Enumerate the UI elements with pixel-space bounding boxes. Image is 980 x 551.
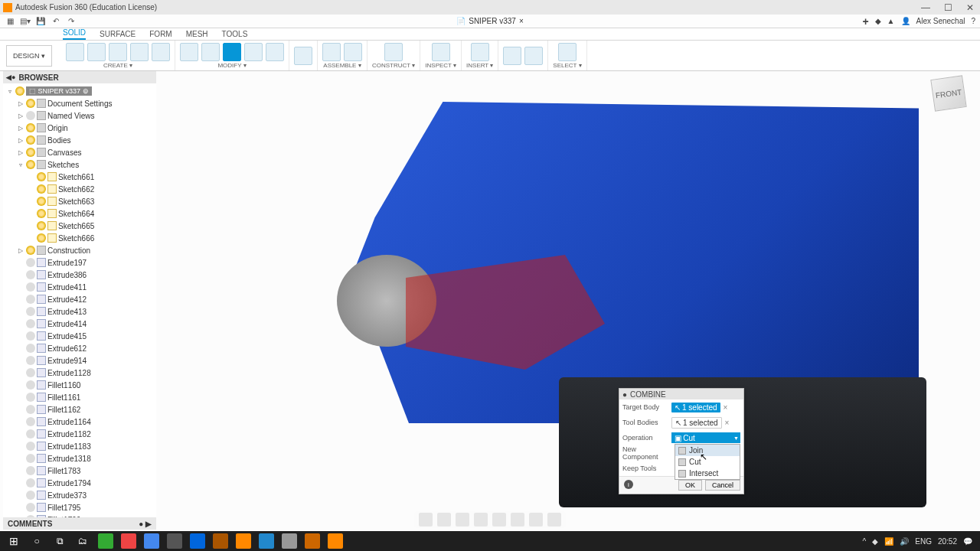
search-icon[interactable]: ○ xyxy=(26,533,47,549)
visibility-icon[interactable] xyxy=(26,478,35,487)
visibility-icon[interactable] xyxy=(26,307,35,316)
visibility-icon[interactable] xyxy=(26,99,35,108)
tree-node[interactable]: Fillet1162 xyxy=(3,403,156,416)
ribbon-group-label[interactable]: MODIFY ▾ xyxy=(217,62,246,69)
tree-node[interactable]: ▷Canvases xyxy=(3,146,156,158)
ribbon-tool-icon[interactable] xyxy=(344,43,362,61)
save-icon[interactable]: 💾 xyxy=(35,16,46,27)
maximize-button[interactable]: ☐ xyxy=(944,2,952,13)
visibility-icon[interactable] xyxy=(26,429,35,439)
tray-language[interactable]: ENG xyxy=(915,537,932,546)
visibility-icon[interactable] xyxy=(37,209,46,218)
undo-icon[interactable]: ↶ xyxy=(51,16,61,27)
tree-node[interactable]: Extrude1164 xyxy=(3,416,156,428)
tool-selection[interactable]: ↖ 1 selected xyxy=(671,417,722,429)
look-at-icon[interactable] xyxy=(437,513,451,527)
ribbon-tool-icon[interactable] xyxy=(503,47,521,65)
tree-node[interactable]: ▷Origin xyxy=(3,122,156,134)
tray-clock[interactable]: 20:52 xyxy=(938,537,957,546)
ribbon-group-label[interactable]: INSPECT ▾ xyxy=(425,62,456,69)
visibility-icon[interactable] xyxy=(26,405,35,414)
ribbon-tool-icon[interactable] xyxy=(130,43,149,61)
app-icon-3[interactable] xyxy=(141,533,162,549)
tree-node[interactable]: Extrude415 xyxy=(3,330,156,342)
app-icon-8[interactable] xyxy=(256,533,277,549)
extensions-icon[interactable]: ◆ xyxy=(875,17,881,25)
tree-node[interactable]: Extrude1182 xyxy=(3,428,156,440)
document-tab[interactable]: 📄 SNIPER v337 × xyxy=(456,17,524,25)
app-menu-icon[interactable]: ▦ xyxy=(5,16,15,27)
tray-up-icon[interactable]: ^ xyxy=(863,537,867,546)
tree-node[interactable]: Extrude412 xyxy=(3,293,156,305)
ribbon-group-label[interactable]: ASSEMBLE ▾ xyxy=(323,62,361,69)
visibility-icon[interactable] xyxy=(26,123,35,132)
tree-node[interactable]: Extrude1318 xyxy=(3,452,156,465)
tree-node[interactable]: Extrude386 xyxy=(3,269,156,281)
expand-icon[interactable]: ▷ xyxy=(17,125,24,132)
visibility-icon[interactable] xyxy=(26,454,35,463)
tree-node[interactable]: Extrude373 xyxy=(3,489,156,501)
visibility-icon[interactable] xyxy=(37,221,46,230)
visibility-icon[interactable] xyxy=(26,270,35,279)
tree-node[interactable]: Fillet1783 xyxy=(3,465,156,477)
display-settings-icon[interactable] xyxy=(511,513,524,527)
visibility-icon[interactable] xyxy=(26,356,35,365)
tree-node[interactable]: ▷Bodies xyxy=(3,134,156,146)
pan-icon[interactable] xyxy=(456,513,469,527)
expand-icon[interactable]: ▷ xyxy=(17,137,24,144)
tree-node[interactable]: Extrude197 xyxy=(3,256,156,269)
tree-node[interactable]: Fillet1160 xyxy=(3,379,156,391)
app-icon-1[interactable] xyxy=(95,533,116,549)
ribbon-tool-icon[interactable] xyxy=(87,43,106,61)
browser-collapse-icon[interactable]: ◀● xyxy=(6,73,15,81)
orbit-icon[interactable] xyxy=(419,513,433,527)
tab-tools[interactable]: TOOLS xyxy=(222,30,248,40)
tree-node[interactable]: Sketch662 xyxy=(3,183,156,195)
visibility-icon[interactable] xyxy=(37,172,46,181)
expand-icon[interactable]: ▷ xyxy=(17,112,24,119)
visibility-icon[interactable] xyxy=(26,466,35,475)
ribbon-tool-icon[interactable] xyxy=(223,43,241,61)
visibility-icon[interactable] xyxy=(37,197,46,206)
tray-volume-icon[interactable]: 🔊 xyxy=(900,537,909,546)
visibility-icon[interactable] xyxy=(26,282,35,292)
visibility-icon[interactable] xyxy=(26,258,35,267)
close-button[interactable]: ✕ xyxy=(966,2,974,13)
app-icon-2[interactable] xyxy=(118,533,139,549)
combine-dialog[interactable]: ● COMBINE Target Body ↖ 1 selected × Too… xyxy=(619,388,744,494)
visibility-icon[interactable] xyxy=(26,380,35,390)
visibility-icon[interactable] xyxy=(37,233,46,243)
zoom-icon[interactable] xyxy=(474,513,488,527)
user-avatar-icon[interactable]: 👤 xyxy=(901,17,910,25)
workspace-selector[interactable]: DESIGN ▾ xyxy=(6,45,52,67)
visibility-icon[interactable] xyxy=(26,491,35,500)
target-selection[interactable]: ↖ 1 selected xyxy=(671,403,720,412)
ribbon-tool-icon[interactable] xyxy=(524,47,543,65)
option-cut[interactable]: Cut xyxy=(675,456,740,468)
ribbon-tool-icon[interactable] xyxy=(244,43,263,61)
expand-icon[interactable]: ▷ xyxy=(17,149,24,156)
app-icon-9[interactable] xyxy=(279,533,300,549)
tree-node[interactable]: Fillet1795 xyxy=(3,501,156,514)
viewcube[interactable]: FRONT xyxy=(930,75,966,111)
clear-tool-icon[interactable]: × xyxy=(725,419,730,427)
tree-node[interactable]: Extrude1183 xyxy=(3,440,156,452)
viewport[interactable]: FRONT ◀● BROWSER ▿⬚ SNIPER v337 ⊚▷Docume… xyxy=(0,71,980,531)
ribbon-tool-icon[interactable] xyxy=(66,43,84,61)
notifications-icon[interactable]: ▲ xyxy=(887,17,895,25)
tree-node[interactable]: Extrude413 xyxy=(3,305,156,318)
ribbon-tool-icon[interactable] xyxy=(180,43,198,61)
ribbon-tool-icon[interactable] xyxy=(201,43,220,61)
tree-node[interactable]: ▷Named Views xyxy=(3,109,156,122)
ribbon-group-label[interactable]: SELECT ▾ xyxy=(553,62,581,69)
new-tab-button[interactable]: + xyxy=(862,15,868,28)
visibility-icon[interactable] xyxy=(26,160,35,169)
visibility-icon[interactable] xyxy=(26,319,35,328)
dialog-header[interactable]: ● COMBINE xyxy=(619,389,743,399)
ribbon-tool-icon[interactable] xyxy=(558,43,577,61)
ok-button[interactable]: OK xyxy=(678,480,702,491)
visibility-icon[interactable] xyxy=(26,344,35,353)
clear-target-icon[interactable]: × xyxy=(724,403,728,412)
task-view-icon[interactable]: ⧉ xyxy=(49,533,70,549)
app-icon-10[interactable] xyxy=(302,533,323,549)
